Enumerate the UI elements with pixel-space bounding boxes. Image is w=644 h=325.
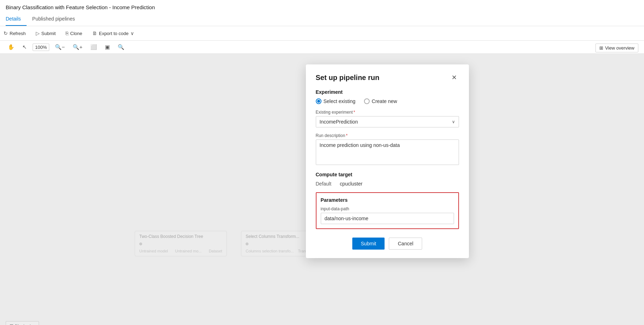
tab-details[interactable]: Details — [6, 13, 27, 26]
view-overview-button[interactable]: ⊞ View overview — [595, 44, 638, 52]
radio-create-new-label: Create new — [372, 98, 397, 104]
compute-target-label: Compute target — [316, 172, 459, 177]
zoom-out-button[interactable]: 🔍− — [53, 43, 67, 51]
existing-experiment-label: Existing experiment* — [316, 110, 459, 115]
run-description-field: Run description* Income prediction using… — [316, 133, 459, 166]
existing-experiment-field: Existing experiment* IncomePrediction ∨ — [316, 110, 459, 127]
clone-button[interactable]: ⎘ Clone — [62, 29, 86, 38]
export-button[interactable]: 🗎 Export to code ∨ — [89, 29, 138, 38]
experiment-section: Experiment Select existing Create new — [316, 89, 459, 104]
existing-experiment-select[interactable]: IncomePrediction ∨ — [316, 116, 459, 127]
compute-key: Default — [316, 181, 331, 187]
run-description-label: Run description* — [316, 133, 459, 138]
run-description-input[interactable]: Income prediction using non-us-data — [316, 139, 459, 165]
radio-create-new[interactable]: Create new — [364, 98, 397, 104]
radio-select-existing[interactable]: Select existing — [316, 98, 355, 104]
zoom-display[interactable]: 100% — [33, 44, 49, 51]
radio-create-new-btn[interactable] — [364, 98, 370, 104]
radio-select-existing-label: Select existing — [324, 98, 355, 104]
close-dialog-button[interactable]: ✕ — [449, 73, 459, 82]
dropdown-chevron-icon: ∨ — [452, 119, 455, 124]
parameters-section: Parameters input-data-path — [316, 192, 459, 229]
input-data-path-label: input-data-path — [321, 206, 454, 211]
dialog-submit-button[interactable]: Submit — [352, 238, 385, 250]
input-data-path-input[interactable] — [321, 213, 454, 224]
export-chevron-icon: ∨ — [130, 30, 134, 36]
experiment-label: Experiment — [316, 89, 459, 95]
zoom-in-button[interactable]: 🔍+ — [71, 43, 85, 51]
refresh-icon: ↻ — [4, 30, 8, 36]
view-overview-icon: ⊞ — [599, 45, 603, 51]
select-tool-button[interactable]: ↖ — [20, 43, 29, 51]
minimap-button[interactable]: ▣ — [103, 43, 112, 51]
parameters-label: Parameters — [321, 197, 454, 203]
export-icon: 🗎 — [92, 30, 97, 36]
compute-value: cpucluster — [340, 181, 363, 187]
submit-button[interactable]: ▷ Submit — [32, 29, 59, 38]
radio-select-existing-btn[interactable] — [316, 98, 321, 104]
pipeline-run-dialog: Set up pipeline run ✕ Experiment Select … — [306, 64, 469, 258]
refresh-button[interactable]: ↻ Refresh — [0, 29, 29, 38]
dialog-title: Set up pipeline run — [316, 74, 380, 82]
clone-icon: ⎘ — [66, 30, 68, 36]
search-button[interactable]: 🔍 — [116, 43, 127, 51]
hand-tool-button[interactable]: ✋ — [6, 43, 17, 51]
tab-published-pipelines[interactable]: Published pipelines — [32, 13, 81, 26]
page-title: Binary Classification with Feature Selec… — [6, 0, 638, 13]
compute-target-section: Compute target Default cpucluster — [316, 172, 459, 187]
submit-icon: ▷ — [36, 30, 40, 36]
dialog-cancel-button[interactable]: Cancel — [389, 238, 422, 250]
dialog-footer: Submit Cancel — [316, 238, 459, 250]
fit-view-button[interactable]: ⬜ — [88, 43, 99, 51]
